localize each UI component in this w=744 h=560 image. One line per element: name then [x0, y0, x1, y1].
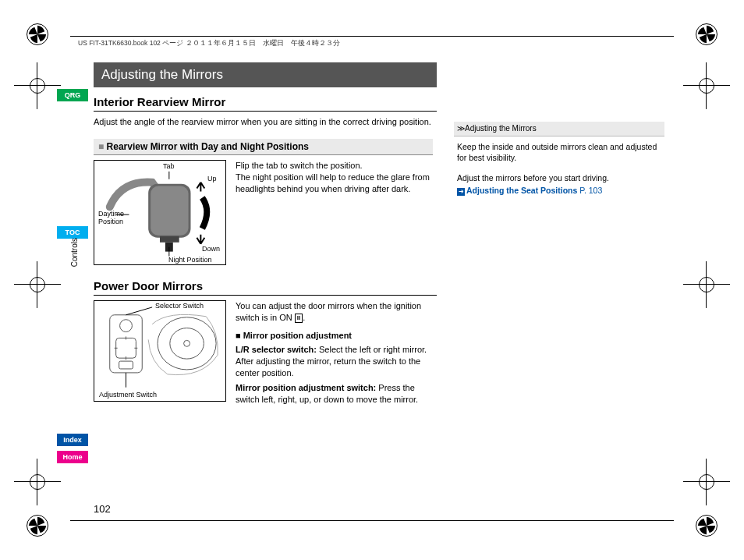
side-tabs: QRG TOC Index Home: [57, 89, 88, 560]
figure-rearview-mirror: Tab Up Down Daytime Position Night Posit…: [94, 160, 226, 265]
fig-label-daytime: Daytime Position: [98, 210, 129, 225]
sidebar-p2: Adjust the mirrors before you start driv…: [457, 172, 661, 183]
page-title: Adjusting the Mirrors: [94, 62, 437, 87]
svg-rect-7: [110, 315, 143, 373]
reg-mark-icon: [696, 23, 717, 45]
fig-label-up: Up: [207, 175, 217, 183]
reg-mark-icon: [27, 515, 48, 537]
mpas-para: Mirror position adjustment switch: Press…: [236, 382, 437, 406]
reg-mark-icon: [696, 515, 717, 537]
reg-mark-icon: [14, 261, 61, 308]
figure-power-mirror: Selector Switch Adjustment Switch: [94, 300, 226, 402]
sidebar-head: ≫Adjusting the Mirrors: [454, 122, 664, 136]
svg-rect-10: [119, 361, 133, 369]
figure-text-block-2: You can adjust the door mirrors when the…: [236, 300, 437, 406]
power-intro: You can adjust the door mirrors when the…: [236, 300, 437, 324]
lr-para: L/R selector switch: Select the left or …: [236, 344, 437, 379]
tab-toc[interactable]: TOC: [57, 226, 88, 239]
lr-label: L/R selector switch:: [236, 345, 317, 354]
fig-label-selector: Selector Switch: [155, 302, 204, 310]
fig-label-tab: Tab: [163, 162, 175, 170]
reg-mark-icon: [683, 261, 730, 308]
sub-mirror-pos: ■ Mirror position adjustment: [236, 330, 437, 342]
reg-mark-icon: [14, 62, 61, 109]
link-seat-positions[interactable]: Adjusting the Seat Positions: [466, 186, 577, 195]
figure-text-block: Flip the tab to switch the position. The…: [236, 160, 437, 265]
heading-interior: Interior Rearview Mirror: [94, 95, 437, 112]
sidebar-p1: Keep the inside and outside mirrors clea…: [457, 141, 661, 163]
svg-point-13: [184, 340, 190, 346]
svg-rect-9: [116, 338, 136, 358]
svg-rect-2: [160, 236, 179, 243]
sidebar-link-row: ➜Adjusting the Seat Positions P. 103: [457, 185, 661, 196]
link-arrow-icon: ➜: [457, 188, 465, 196]
sidebar-head-text: Adjusting the Mirrors: [465, 124, 537, 133]
page-content: QRG TOC Index Home Controls Adjusting th…: [94, 62, 670, 505]
ignition-on-icon: II: [295, 314, 303, 324]
header-meta: US FIT-31TK6630.book 102 ページ ２０１１年６月１５日 …: [78, 39, 340, 48]
fig-text-1: Flip the tab to switch the position.: [236, 160, 437, 172]
intro-text: Adjust the angle of the rearview mirror …: [94, 116, 437, 128]
heading-power: Power Door Mirrors: [94, 279, 437, 296]
power-intro-b: .: [303, 313, 305, 322]
page-number: 102: [94, 503, 111, 515]
svg-point-11: [158, 317, 216, 370]
svg-point-12: [170, 328, 204, 359]
reg-mark-icon: [27, 23, 48, 45]
reg-mark-icon: [683, 62, 730, 109]
mpas-label: Mirror position adjustment switch:: [236, 383, 376, 392]
fig-label-night: Night Position: [168, 256, 212, 264]
tab-home[interactable]: Home: [57, 451, 88, 463]
tab-qrg[interactable]: QRG: [57, 89, 88, 101]
reg-mark-icon: [683, 459, 730, 505]
svg-line-14: [126, 307, 153, 315]
reg-mark-icon: [14, 459, 61, 505]
link-page-ref: P. 103: [579, 186, 602, 195]
subheading-day-night: Rearview Mirror with Day and Night Posit…: [94, 139, 433, 155]
footer-rule: [70, 520, 674, 521]
fig-label-adjust: Adjustment Switch: [99, 391, 157, 399]
section-label: Controls: [70, 238, 79, 267]
fig-text-2: The night position will help to reduce t…: [236, 172, 437, 195]
svg-rect-1: [151, 186, 188, 235]
svg-point-8: [120, 320, 133, 332]
tab-index[interactable]: Index: [57, 434, 88, 446]
power-intro-a: You can adjust the door mirrors when the…: [236, 301, 421, 322]
fig-label-down: Down: [202, 245, 220, 253]
header-rule: [70, 36, 674, 37]
info-sidebar: ≫Adjusting the Mirrors Keep the inside a…: [454, 122, 664, 200]
sidebar-marker-icon: ≫: [457, 124, 465, 133]
